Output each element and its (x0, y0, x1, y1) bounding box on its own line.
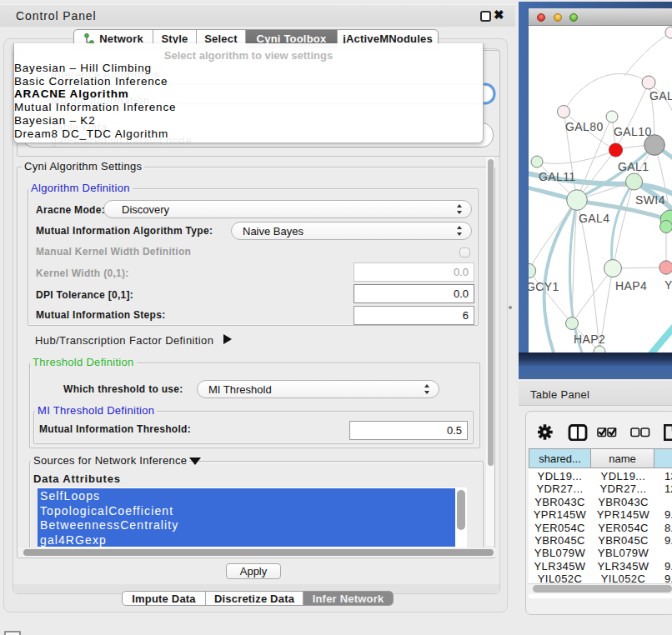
svg-text:GAL4: GAL4 (579, 212, 609, 225)
svg-text:HAP2: HAP2 (574, 332, 605, 346)
svg-text:GAL7: GAL7 (649, 89, 672, 102)
svg-text:GAL80: GAL80 (565, 120, 604, 133)
svg-text:GCY1: GCY1 (529, 280, 559, 293)
svg-text:GAL10: GAL10 (614, 125, 652, 138)
svg-text:SWI4: SWI4 (635, 193, 665, 207)
svg-text:GAL11: GAL11 (539, 170, 576, 183)
svg-text:GAL1: GAL1 (618, 160, 649, 173)
svg-text:Y: Y (664, 278, 672, 292)
svg-text:HAP4: HAP4 (615, 279, 647, 292)
